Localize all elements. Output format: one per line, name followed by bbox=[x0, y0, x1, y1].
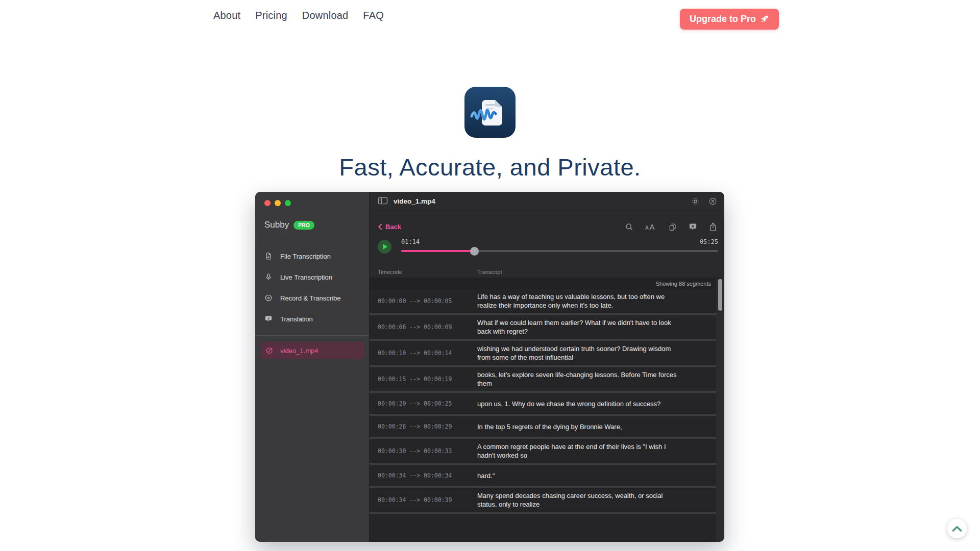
segment-text: upon us. 1. Why do we chase the wrong de… bbox=[477, 399, 667, 408]
segment-text: hard." bbox=[477, 471, 501, 480]
seek-slider[interactable] bbox=[401, 247, 718, 255]
segment-text: Life has a way of teaching us valuable l… bbox=[477, 292, 687, 310]
sidebar-item-label: File Transcription bbox=[280, 253, 331, 260]
microphone-icon bbox=[264, 273, 273, 281]
table-row-partial bbox=[370, 514, 716, 542]
segment-timecode: 00:00:30 --> 00:00:33 bbox=[370, 447, 477, 455]
page-title: Fast, Accurate, and Private. bbox=[0, 153, 980, 181]
table-row[interactable]: 00:00:00 --> 00:00:05 Life has a way of … bbox=[370, 289, 716, 313]
segments-list: 00:00:00 --> 00:00:05 Life has a way of … bbox=[370, 289, 716, 514]
table-row[interactable]: 00:00:10 --> 00:00:14 wishing we had und… bbox=[370, 341, 716, 365]
sidebar-item-live-transcription[interactable]: Live Transcription bbox=[260, 268, 364, 286]
table-header: Timecode Transcript bbox=[370, 266, 724, 278]
share-icon[interactable] bbox=[709, 222, 717, 232]
progress-fill bbox=[401, 250, 474, 252]
segment-timecode: 00:00:15 --> 00:00:19 bbox=[370, 375, 477, 383]
sidebar-item-file-transcription[interactable]: File Transcription bbox=[260, 247, 364, 265]
document-title: video_1.mp4 bbox=[394, 197, 435, 205]
sidebar-toggle-icon[interactable] bbox=[378, 196, 388, 207]
back-label: Back bbox=[385, 223, 401, 231]
nav-link-download[interactable]: Download bbox=[302, 10, 349, 21]
sidebar-item-translation[interactable]: Translation bbox=[260, 310, 364, 328]
settings-gear-icon[interactable] bbox=[691, 197, 700, 206]
segment-timecode: 00:00:06 --> 00:00:09 bbox=[370, 323, 477, 331]
back-button[interactable]: Back bbox=[378, 223, 401, 231]
svg-text:A: A bbox=[645, 225, 649, 231]
sidebar-item-label: Record & Transcribe bbox=[280, 294, 341, 302]
table-row[interactable]: 00:00:34 --> 00:00:34 hard." bbox=[370, 465, 716, 486]
table-row[interactable]: 00:00:30 --> 00:00:33 A common regret pe… bbox=[370, 439, 716, 463]
text-size-icon[interactable]: A A bbox=[645, 222, 656, 231]
segment-text: In the top 5 regrets of the dying by Bro… bbox=[477, 422, 628, 431]
audio-player: 01:14 05:25 bbox=[378, 238, 718, 255]
nav-link-pricing[interactable]: Pricing bbox=[255, 10, 287, 21]
table-row[interactable]: 00:00:20 --> 00:00:25 upon us. 1. Why do… bbox=[370, 393, 716, 414]
segment-text: A common regret people have at the end o… bbox=[477, 442, 687, 460]
search-icon[interactable] bbox=[625, 222, 633, 231]
table-body: Showing 88 segments 00:00:00 --> 00:00:0… bbox=[370, 278, 724, 542]
sidebar-item-label: Live Transcription bbox=[280, 273, 332, 281]
sidebar-menu: File Transcription Live Transcription bbox=[260, 247, 364, 328]
close-traffic-light[interactable] bbox=[264, 200, 271, 206]
rocket-icon bbox=[761, 15, 769, 23]
nav-link-about[interactable]: About bbox=[213, 10, 240, 21]
upgrade-label: Upgrade to Pro bbox=[690, 14, 756, 24]
table-row[interactable]: 00:00:26 --> 00:00:29 In the top 5 regre… bbox=[370, 416, 716, 437]
current-time: 01:14 bbox=[401, 238, 420, 245]
table-row[interactable]: 00:00:06 --> 00:00:09 What if we could l… bbox=[370, 315, 716, 339]
column-transcript: Transcript bbox=[477, 269, 502, 275]
segment-text: Many spend decades chasing career succes… bbox=[477, 491, 687, 509]
nav-link-faq[interactable]: FAQ bbox=[363, 10, 384, 21]
transcript-view: Back A A bbox=[370, 211, 724, 542]
scroll-to-top-button[interactable] bbox=[947, 519, 967, 538]
zoom-traffic-light[interactable] bbox=[285, 200, 291, 206]
app-window: Subby PRO File Transcription bbox=[255, 192, 724, 542]
table-row[interactable]: 00:00:15 --> 00:00:19 books, let's explo… bbox=[370, 367, 716, 391]
circle-slash-icon bbox=[265, 346, 274, 355]
segment-timecode: 00:00:20 --> 00:00:25 bbox=[370, 400, 477, 407]
segment-text: wishing we had understood certain truth … bbox=[477, 344, 687, 362]
svg-text:A: A bbox=[650, 222, 655, 231]
transcript-toolbar: A A A bbox=[625, 222, 717, 232]
scrollbar-thumb[interactable] bbox=[718, 279, 722, 311]
sidebar-item-label: Translation bbox=[280, 315, 313, 323]
segment-timecode: 00:00:00 --> 00:00:05 bbox=[370, 297, 477, 305]
sidebar-item-video-file[interactable]: video_1.mp4 bbox=[260, 342, 364, 359]
document-titlebar: video_1.mp4 bbox=[370, 192, 724, 211]
top-nav: About Pricing Download FAQ bbox=[213, 0, 384, 31]
duration: 05:25 bbox=[700, 238, 718, 245]
window-controls bbox=[260, 192, 364, 206]
minimize-traffic-light[interactable] bbox=[275, 200, 281, 206]
app-logo bbox=[464, 87, 516, 138]
sidebar-divider bbox=[255, 238, 369, 238]
segment-timecode: 00:00:26 --> 00:00:29 bbox=[370, 423, 477, 430]
chevron-up-icon bbox=[952, 525, 962, 532]
segment-timecode: 00:00:10 --> 00:00:14 bbox=[370, 349, 477, 357]
main-pane: video_1.mp4 bbox=[370, 192, 724, 542]
sidebar-divider bbox=[255, 335, 369, 336]
segment-timecode: 00:00:34 --> 00:00:39 bbox=[370, 496, 477, 504]
segment-text: books, let's explore seven life-changing… bbox=[477, 370, 687, 388]
comment-icon[interactable]: A bbox=[689, 222, 697, 231]
record-icon bbox=[264, 294, 273, 302]
segment-text: What if we could learn them earlier? Wha… bbox=[477, 318, 687, 336]
close-document-icon[interactable] bbox=[708, 197, 717, 206]
segments-status: Showing 88 segments bbox=[370, 278, 716, 289]
chevron-left-icon bbox=[378, 223, 382, 230]
table-row[interactable]: 00:00:34 --> 00:00:39 Many spend decades… bbox=[370, 488, 716, 512]
document-icon bbox=[264, 252, 273, 260]
play-button[interactable] bbox=[378, 240, 391, 254]
upgrade-to-pro-button[interactable]: Upgrade to Pro bbox=[680, 9, 779, 30]
slider-handle[interactable] bbox=[470, 247, 479, 256]
app-brand: Subby PRO bbox=[264, 220, 364, 230]
column-timecode: Timecode bbox=[370, 269, 477, 275]
copy-icon[interactable] bbox=[668, 222, 677, 232]
selected-file-label: video_1.mp4 bbox=[280, 347, 318, 355]
scrollbar-track[interactable] bbox=[716, 278, 724, 542]
sidebar: Subby PRO File Transcription bbox=[255, 192, 370, 542]
translate-icon bbox=[264, 315, 273, 323]
sidebar-item-record-transcribe[interactable]: Record & Transcribe bbox=[260, 289, 364, 307]
app-name: Subby bbox=[264, 220, 289, 230]
segment-timecode: 00:00:34 --> 00:00:34 bbox=[370, 472, 477, 479]
pro-badge: PRO bbox=[293, 221, 314, 230]
